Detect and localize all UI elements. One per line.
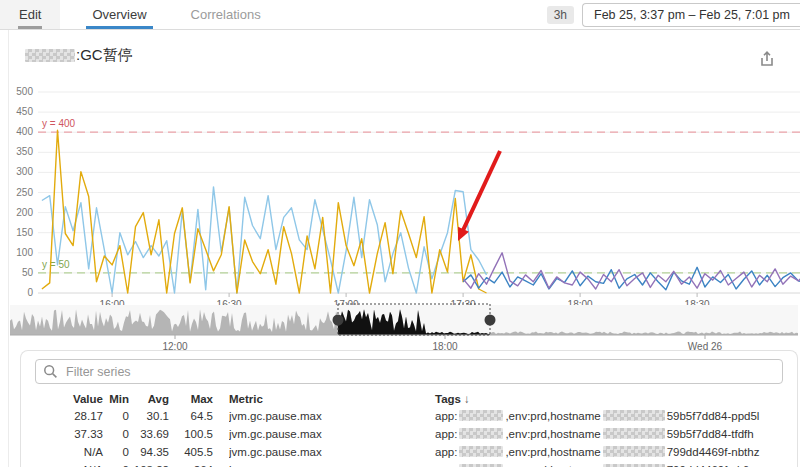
series-line-purple-tfdfh	[463, 253, 800, 289]
marker-label-50: y = 50	[42, 259, 70, 270]
cell-min: 0	[103, 428, 129, 440]
tab-overview[interactable]: Overview	[76, 0, 162, 29]
redacted-tag-segment	[459, 410, 503, 421]
tab-correlations[interactable]: Correlations	[175, 0, 277, 29]
duration-badge[interactable]: 3h	[547, 6, 574, 24]
y-tick-450: 450	[16, 106, 33, 117]
tab-edit[interactable]: Edit	[0, 0, 60, 29]
page-title-text: :GC暂停	[76, 46, 133, 65]
cell-value: 37.33	[59, 428, 103, 440]
y-tick-50: 50	[22, 267, 34, 278]
series-row-2[interactable]: N/A094.35405.5jvm.gc.pause.maxapp:,env:p…	[35, 443, 783, 461]
share-icon	[758, 50, 776, 68]
cell-metric: jvm.gc.pause.max	[229, 446, 435, 458]
y-tick-500: 500	[16, 86, 33, 97]
y-tick-350: 350	[16, 146, 33, 157]
series-legend-card: Value Min Avg Max Metric Tags↓ 28.17030.…	[20, 350, 798, 467]
col-avg[interactable]: Avg	[129, 393, 169, 405]
y-tick-400: 400	[16, 126, 33, 137]
cell-max: 405.5	[169, 446, 213, 458]
series-row-3[interactable]: N/A0103.22264jvm.gc.pause.maxapp:,env:pr…	[35, 461, 783, 467]
cell-tags: app:,env:prd,hostname59b5f7dd84-tfdfh	[435, 428, 783, 440]
col-metric[interactable]: Metric	[229, 393, 435, 405]
y-tick-300: 300	[16, 166, 33, 177]
cell-max: 64.5	[169, 410, 213, 422]
cell-avg: 94.35	[129, 446, 169, 458]
tab-edit-label: Edit	[19, 7, 41, 22]
redacted-tag-segment	[603, 428, 665, 439]
series-table: Value Min Avg Max Metric Tags↓ 28.17030.…	[35, 390, 783, 467]
filter-series-input[interactable]	[35, 359, 783, 384]
sort-desc-icon: ↓	[464, 393, 470, 405]
cell-metric: jvm.gc.pause.max	[229, 410, 435, 422]
tab-overview-label: Overview	[92, 7, 146, 22]
minimap-handle-left[interactable]	[333, 315, 344, 326]
cell-metric: jvm.gc.pause.max	[229, 428, 435, 440]
y-tick-250: 250	[16, 187, 33, 198]
cell-min: 0	[103, 410, 129, 422]
redacted-tag-segment	[459, 446, 503, 457]
cell-value: N/A	[59, 446, 103, 458]
timerange-controls: 3h Feb 25, 3:37 pm – Feb 25, 7:01 pm	[547, 0, 800, 29]
series-table-header: Value Min Avg Max Metric Tags↓	[35, 390, 783, 407]
y-tick-150: 150	[16, 227, 33, 238]
col-min[interactable]: Min	[103, 393, 129, 405]
series-row-1[interactable]: 37.33033.69100.5jvm.gc.pause.maxapp:,env…	[35, 425, 783, 443]
tab-bar: Edit Overview Correlations 3h Feb 25, 3:…	[0, 0, 800, 30]
cell-value: 28.17	[59, 410, 103, 422]
time-range-picker[interactable]: Feb 25, 3:37 pm – Feb 25, 7:01 pm	[582, 3, 800, 27]
redacted-tag-segment	[603, 446, 665, 457]
y-tick-0: 0	[27, 287, 33, 298]
cell-avg: 30.1	[129, 410, 169, 422]
col-value[interactable]: Value	[59, 393, 103, 405]
share-button[interactable]	[758, 50, 776, 68]
cell-tags: app:,env:prd,hostname799dd4469f-nbthz	[435, 446, 783, 458]
cell-tags: app:,env:prd,hostname59b5f7dd84-ppd5l	[435, 410, 783, 422]
redacted-title-segment	[25, 49, 75, 62]
series-line-blue-ppd5l	[463, 267, 800, 290]
minimap-handle-right[interactable]	[485, 315, 496, 326]
page-title: :GC暂停	[25, 46, 133, 65]
metric-explorer: Edit Overview Correlations 3h Feb 25, 3:…	[0, 0, 800, 467]
search-icon	[43, 364, 58, 379]
timeseries-chart[interactable]: 050100150200250300350400450500y = 400y =…	[0, 70, 800, 318]
marker-label-400: y = 400	[42, 118, 76, 129]
cell-max: 100.5	[169, 428, 213, 440]
series-row-0[interactable]: 28.17030.164.5jvm.gc.pause.maxapp:,env:p…	[35, 407, 783, 425]
cell-min: 0	[103, 446, 129, 458]
col-tags[interactable]: Tags↓	[435, 393, 783, 405]
cell-avg: 33.69	[129, 428, 169, 440]
tab-correlations-label: Correlations	[191, 7, 261, 22]
y-tick-100: 100	[16, 247, 33, 258]
redacted-tag-segment	[603, 410, 665, 421]
series-table-body: 28.17030.164.5jvm.gc.pause.maxapp:,env:p…	[35, 407, 783, 467]
filter-series-wrap	[35, 359, 783, 384]
annotation-arrow-shaft	[462, 151, 500, 233]
y-tick-200: 200	[16, 207, 33, 218]
timeline-minimap[interactable]: 12:0018:00Wed 26	[10, 303, 798, 355]
col-max[interactable]: Max	[169, 393, 213, 405]
redacted-tag-segment	[459, 428, 503, 439]
